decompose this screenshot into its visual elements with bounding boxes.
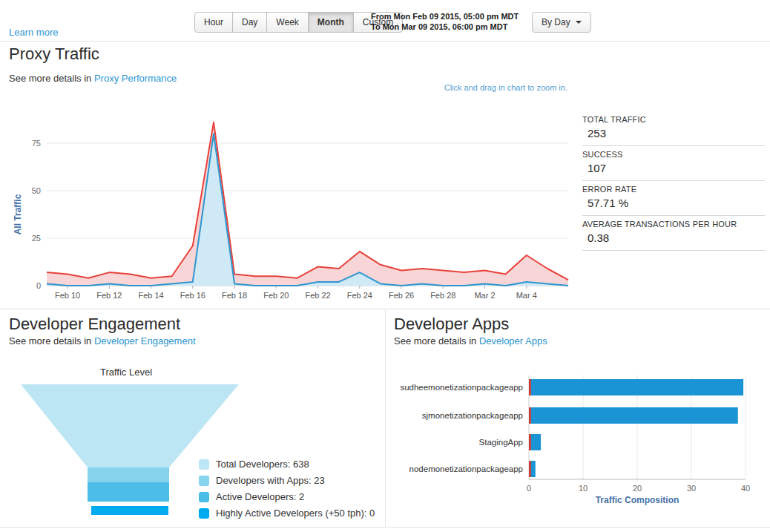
legend-label: Active Developers: 2 [216, 491, 304, 502]
legend-item-active-developers: Active Developers: 2 [199, 491, 375, 502]
stat-value: 253 [582, 124, 765, 139]
svg-text:Feb 10: Feb 10 [55, 291, 80, 300]
date-range-from: From Mon Feb 09 2015, 05:00 pm MDT [371, 11, 519, 22]
svg-text:20: 20 [633, 484, 642, 493]
granularity-dropdown[interactable]: By Day [532, 12, 591, 33]
proxy-performance-link[interactable]: Proxy Performance [94, 73, 177, 84]
bottom-divider [0, 527, 770, 528]
subtitle-text: See more details in [9, 335, 94, 347]
svg-text:Feb 22: Feb 22 [305, 291, 330, 300]
analytics-dashboard: Learn more Hour Day Week Month Custom Fr… [0, 0, 770, 532]
svg-text:30: 30 [687, 484, 696, 493]
svg-text:Feb 12: Feb 12 [96, 291, 122, 300]
stat-value: 0.38 [582, 229, 765, 244]
svg-text:Feb 14: Feb 14 [138, 291, 163, 300]
date-range-to: To Mon Mar 09 2015, 06:00 pm MDT [371, 22, 519, 32]
subtitle-text: See more details in [9, 73, 94, 84]
svg-text:All Traffic: All Traffic [13, 194, 23, 234]
legend-swatch [199, 508, 209, 519]
stat-label: ERROR RATE [582, 185, 765, 194]
granularity-dropdown-label: By Day [542, 17, 570, 27]
svg-text:Feb 20: Feb 20 [263, 291, 289, 300]
developer-apps-link[interactable]: Developer Apps [479, 335, 547, 347]
stat-error-rate: ERROR RATE 57.71 % [582, 181, 765, 216]
legend-item-highly-active-developers: Highly Active Developers (+50 tph): 0 [199, 508, 375, 519]
svg-text:StagingApp: StagingApp [479, 438, 523, 447]
subtitle-text: See more details in [394, 335, 479, 347]
funnel-legend: Total Developers: 638 Developers with Ap… [199, 459, 375, 524]
zoom-hint: Click and drag in chart to zoom in. [444, 83, 567, 92]
legend-label: Highly Active Developers (+50 tph): 0 [216, 508, 375, 519]
developer-engagement-title: Developer Engagement [9, 315, 180, 334]
developer-apps-subtitle: See more details in Developer Apps [394, 335, 547, 347]
developer-apps-bar-chart: 010203040sudheemonetizationpackageappsjm… [389, 371, 764, 516]
legend-label: Developers with Apps: 23 [216, 475, 325, 486]
stat-value: 107 [582, 159, 765, 174]
svg-text:Feb 28: Feb 28 [430, 291, 455, 300]
legend-swatch [199, 476, 209, 486]
stat-value: 57.71 % [582, 194, 765, 209]
svg-text:Feb 16: Feb 16 [180, 291, 205, 300]
svg-text:sjmonetizationpackageapp: sjmonetizationpackageapp [422, 411, 523, 420]
svg-text:0: 0 [36, 281, 41, 290]
column-divider [385, 309, 386, 527]
developer-apps-title: Developer Apps [394, 315, 509, 334]
stat-total-traffic: TOTAL TRAFFIC 253 [582, 111, 765, 146]
svg-text:40: 40 [741, 484, 750, 493]
svg-text:Feb 18: Feb 18 [222, 291, 247, 300]
svg-text:Mar 2: Mar 2 [474, 291, 495, 300]
top-bar: Learn more Hour Day Week Month Custom Fr… [0, 0, 770, 42]
legend-label: Total Developers: 638 [216, 459, 309, 470]
svg-text:Feb 24: Feb 24 [347, 291, 372, 300]
svg-text:Traffic Composition: Traffic Composition [596, 495, 679, 505]
svg-text:50: 50 [32, 186, 41, 195]
svg-text:0: 0 [527, 484, 531, 493]
range-button-month[interactable]: Month [308, 12, 354, 33]
stat-label: AVERAGE TRANSACTIONS PER HOUR [582, 220, 765, 229]
proxy-traffic-stats: TOTAL TRAFFIC 253 SUCCESS 107 ERROR RATE… [582, 111, 765, 251]
developer-engagement-link[interactable]: Developer Engagement [94, 335, 196, 347]
developer-engagement-subtitle: See more details in Developer Engagement [9, 335, 196, 347]
svg-text:75: 75 [32, 139, 41, 148]
proxy-traffic-chart[interactable]: 0255075Feb 10Feb 12Feb 14Feb 16Feb 18Feb… [6, 99, 577, 303]
stat-label: TOTAL TRAFFIC [582, 115, 765, 124]
proxy-traffic-subtitle: See more details in Proxy Performance [9, 73, 177, 84]
stat-label: SUCCESS [582, 150, 765, 159]
caret-down-icon [576, 21, 582, 24]
svg-text:nodemonetizationpackageapp: nodemonetizationpackageapp [409, 464, 523, 473]
legend-item-total-developers: Total Developers: 638 [199, 459, 375, 470]
funnel-title: Traffic Level [15, 367, 237, 378]
svg-text:sudheemonetizationpackageapp: sudheemonetizationpackageapp [400, 383, 523, 392]
proxy-traffic-title: Proxy Traffic [9, 45, 99, 64]
range-button-day[interactable]: Day [232, 12, 267, 33]
legend-item-developers-with-apps: Developers with Apps: 23 [199, 475, 375, 486]
stat-success: SUCCESS 107 [582, 146, 765, 181]
date-range: From Mon Feb 09 2015, 05:00 pm MDT To Mo… [371, 11, 519, 32]
stat-avg-tph: AVERAGE TRANSACTIONS PER HOUR 0.38 [582, 216, 765, 251]
svg-text:25: 25 [32, 234, 41, 243]
svg-text:Feb 26: Feb 26 [389, 291, 414, 300]
range-button-week[interactable]: Week [266, 12, 308, 33]
legend-swatch [199, 492, 209, 502]
svg-text:10: 10 [579, 484, 588, 493]
range-button-hour[interactable]: Hour [194, 12, 233, 33]
svg-text:Mar 4: Mar 4 [516, 291, 537, 300]
learn-more-link[interactable]: Learn more [9, 27, 58, 38]
legend-swatch [199, 459, 209, 470]
